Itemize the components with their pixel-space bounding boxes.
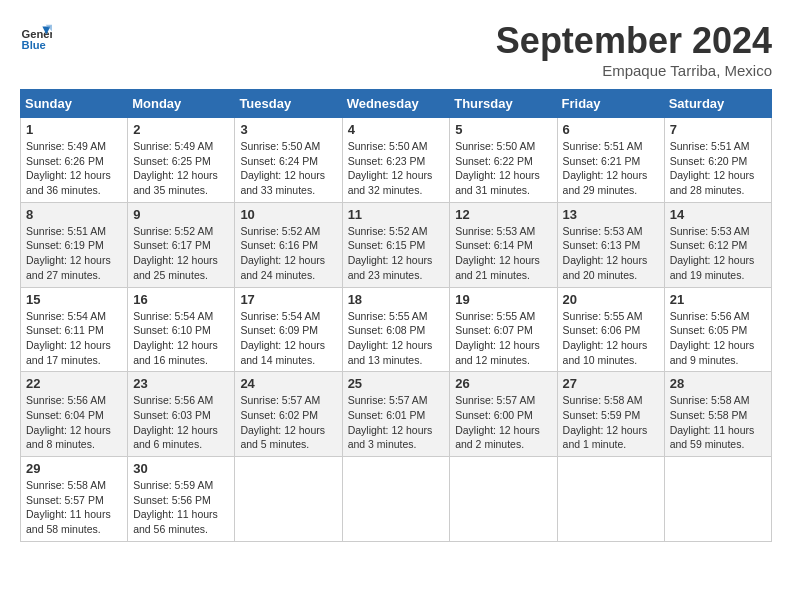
day-cell: 15Sunrise: 5:54 AMSunset: 6:11 PMDayligh…: [21, 287, 128, 372]
day-info: Sunrise: 5:53 AMSunset: 6:14 PMDaylight:…: [455, 224, 551, 283]
day-cell: [664, 457, 771, 542]
day-cell: 28Sunrise: 5:58 AMSunset: 5:58 PMDayligh…: [664, 372, 771, 457]
day-info: Sunrise: 5:57 AMSunset: 6:00 PMDaylight:…: [455, 393, 551, 452]
week-row-4: 22Sunrise: 5:56 AMSunset: 6:04 PMDayligh…: [21, 372, 772, 457]
day-number: 30: [133, 461, 229, 476]
day-info: Sunrise: 5:52 AMSunset: 6:15 PMDaylight:…: [348, 224, 445, 283]
day-cell: 27Sunrise: 5:58 AMSunset: 5:59 PMDayligh…: [557, 372, 664, 457]
day-info: Sunrise: 5:53 AMSunset: 6:13 PMDaylight:…: [563, 224, 659, 283]
day-number: 14: [670, 207, 766, 222]
day-number: 10: [240, 207, 336, 222]
day-info: Sunrise: 5:51 AMSunset: 6:19 PMDaylight:…: [26, 224, 122, 283]
day-number: 26: [455, 376, 551, 391]
day-cell: [557, 457, 664, 542]
col-thursday: Thursday: [450, 90, 557, 118]
week-row-3: 15Sunrise: 5:54 AMSunset: 6:11 PMDayligh…: [21, 287, 772, 372]
col-friday: Friday: [557, 90, 664, 118]
day-cell: 17Sunrise: 5:54 AMSunset: 6:09 PMDayligh…: [235, 287, 342, 372]
day-info: Sunrise: 5:56 AMSunset: 6:05 PMDaylight:…: [670, 309, 766, 368]
day-cell: 10Sunrise: 5:52 AMSunset: 6:16 PMDayligh…: [235, 202, 342, 287]
svg-text:Blue: Blue: [22, 39, 46, 51]
day-cell: 29Sunrise: 5:58 AMSunset: 5:57 PMDayligh…: [21, 457, 128, 542]
day-number: 21: [670, 292, 766, 307]
day-number: 3: [240, 122, 336, 137]
day-number: 15: [26, 292, 122, 307]
col-sunday: Sunday: [21, 90, 128, 118]
day-cell: [235, 457, 342, 542]
col-saturday: Saturday: [664, 90, 771, 118]
day-cell: 6Sunrise: 5:51 AMSunset: 6:21 PMDaylight…: [557, 118, 664, 203]
day-cell: 2Sunrise: 5:49 AMSunset: 6:25 PMDaylight…: [128, 118, 235, 203]
day-number: 11: [348, 207, 445, 222]
week-row-2: 8Sunrise: 5:51 AMSunset: 6:19 PMDaylight…: [21, 202, 772, 287]
col-monday: Monday: [128, 90, 235, 118]
day-info: Sunrise: 5:55 AMSunset: 6:06 PMDaylight:…: [563, 309, 659, 368]
title-block: September 2024 Empaque Tarriba, Mexico: [496, 20, 772, 79]
day-cell: 11Sunrise: 5:52 AMSunset: 6:15 PMDayligh…: [342, 202, 450, 287]
day-cell: 19Sunrise: 5:55 AMSunset: 6:07 PMDayligh…: [450, 287, 557, 372]
day-number: 7: [670, 122, 766, 137]
col-wednesday: Wednesday: [342, 90, 450, 118]
day-cell: 26Sunrise: 5:57 AMSunset: 6:00 PMDayligh…: [450, 372, 557, 457]
day-cell: 4Sunrise: 5:50 AMSunset: 6:23 PMDaylight…: [342, 118, 450, 203]
day-info: Sunrise: 5:52 AMSunset: 6:17 PMDaylight:…: [133, 224, 229, 283]
day-number: 18: [348, 292, 445, 307]
day-number: 9: [133, 207, 229, 222]
day-number: 24: [240, 376, 336, 391]
day-info: Sunrise: 5:56 AMSunset: 6:03 PMDaylight:…: [133, 393, 229, 452]
month-title: September 2024: [496, 20, 772, 62]
logo: General Blue: [20, 20, 52, 52]
day-info: Sunrise: 5:51 AMSunset: 6:20 PMDaylight:…: [670, 139, 766, 198]
day-info: Sunrise: 5:57 AMSunset: 6:01 PMDaylight:…: [348, 393, 445, 452]
day-cell: [450, 457, 557, 542]
day-number: 8: [26, 207, 122, 222]
day-cell: 23Sunrise: 5:56 AMSunset: 6:03 PMDayligh…: [128, 372, 235, 457]
day-info: Sunrise: 5:58 AMSunset: 5:57 PMDaylight:…: [26, 478, 122, 537]
day-cell: 21Sunrise: 5:56 AMSunset: 6:05 PMDayligh…: [664, 287, 771, 372]
day-number: 13: [563, 207, 659, 222]
day-number: 23: [133, 376, 229, 391]
calendar-table: Sunday Monday Tuesday Wednesday Thursday…: [20, 89, 772, 542]
day-number: 19: [455, 292, 551, 307]
day-cell: 12Sunrise: 5:53 AMSunset: 6:14 PMDayligh…: [450, 202, 557, 287]
day-cell: 5Sunrise: 5:50 AMSunset: 6:22 PMDaylight…: [450, 118, 557, 203]
day-cell: 20Sunrise: 5:55 AMSunset: 6:06 PMDayligh…: [557, 287, 664, 372]
day-info: Sunrise: 5:49 AMSunset: 6:26 PMDaylight:…: [26, 139, 122, 198]
day-info: Sunrise: 5:50 AMSunset: 6:23 PMDaylight:…: [348, 139, 445, 198]
day-info: Sunrise: 5:53 AMSunset: 6:12 PMDaylight:…: [670, 224, 766, 283]
day-number: 20: [563, 292, 659, 307]
day-number: 2: [133, 122, 229, 137]
day-info: Sunrise: 5:52 AMSunset: 6:16 PMDaylight:…: [240, 224, 336, 283]
col-tuesday: Tuesday: [235, 90, 342, 118]
day-cell: [342, 457, 450, 542]
day-info: Sunrise: 5:54 AMSunset: 6:10 PMDaylight:…: [133, 309, 229, 368]
day-cell: 16Sunrise: 5:54 AMSunset: 6:10 PMDayligh…: [128, 287, 235, 372]
day-info: Sunrise: 5:57 AMSunset: 6:02 PMDaylight:…: [240, 393, 336, 452]
page-header: General Blue September 2024 Empaque Tarr…: [20, 20, 772, 79]
day-cell: 22Sunrise: 5:56 AMSunset: 6:04 PMDayligh…: [21, 372, 128, 457]
day-cell: 1Sunrise: 5:49 AMSunset: 6:26 PMDaylight…: [21, 118, 128, 203]
location: Empaque Tarriba, Mexico: [496, 62, 772, 79]
day-info: Sunrise: 5:58 AMSunset: 5:58 PMDaylight:…: [670, 393, 766, 452]
day-info: Sunrise: 5:50 AMSunset: 6:24 PMDaylight:…: [240, 139, 336, 198]
day-cell: 25Sunrise: 5:57 AMSunset: 6:01 PMDayligh…: [342, 372, 450, 457]
day-number: 25: [348, 376, 445, 391]
day-info: Sunrise: 5:55 AMSunset: 6:08 PMDaylight:…: [348, 309, 445, 368]
day-info: Sunrise: 5:54 AMSunset: 6:11 PMDaylight:…: [26, 309, 122, 368]
day-cell: 3Sunrise: 5:50 AMSunset: 6:24 PMDaylight…: [235, 118, 342, 203]
day-number: 5: [455, 122, 551, 137]
day-number: 1: [26, 122, 122, 137]
logo-icon: General Blue: [20, 20, 52, 52]
day-info: Sunrise: 5:58 AMSunset: 5:59 PMDaylight:…: [563, 393, 659, 452]
week-row-5: 29Sunrise: 5:58 AMSunset: 5:57 PMDayligh…: [21, 457, 772, 542]
day-info: Sunrise: 5:56 AMSunset: 6:04 PMDaylight:…: [26, 393, 122, 452]
day-number: 17: [240, 292, 336, 307]
day-info: Sunrise: 5:50 AMSunset: 6:22 PMDaylight:…: [455, 139, 551, 198]
day-number: 16: [133, 292, 229, 307]
day-number: 6: [563, 122, 659, 137]
day-cell: 7Sunrise: 5:51 AMSunset: 6:20 PMDaylight…: [664, 118, 771, 203]
day-cell: 13Sunrise: 5:53 AMSunset: 6:13 PMDayligh…: [557, 202, 664, 287]
day-cell: 8Sunrise: 5:51 AMSunset: 6:19 PMDaylight…: [21, 202, 128, 287]
day-info: Sunrise: 5:49 AMSunset: 6:25 PMDaylight:…: [133, 139, 229, 198]
week-row-1: 1Sunrise: 5:49 AMSunset: 6:26 PMDaylight…: [21, 118, 772, 203]
